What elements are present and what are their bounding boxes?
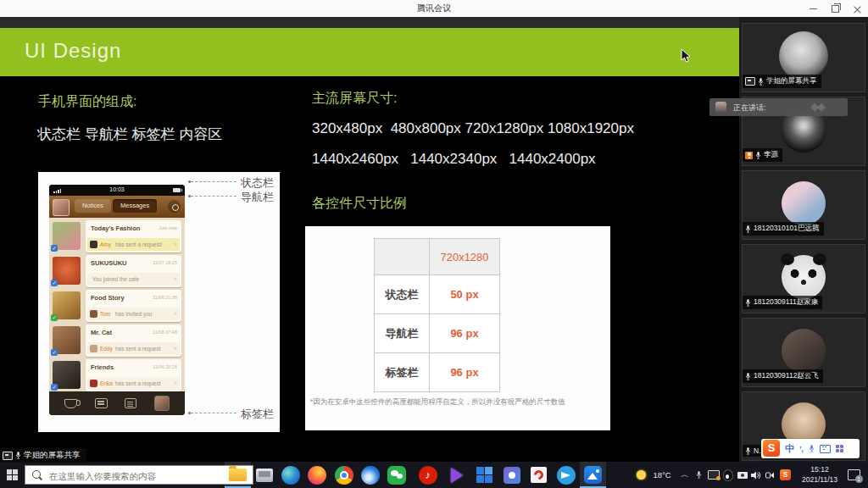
dimension-table: 720x1280 状态栏 50 px 导航栏 96 px 标签栏 96 px bbox=[374, 238, 500, 392]
taskbar-search[interactable] bbox=[25, 465, 253, 485]
file-explorer-icon bbox=[229, 469, 247, 481]
tray-expand-chevron[interactable]: ︿ bbox=[678, 462, 692, 488]
taskbar-clock[interactable]: 15:12 2021/11/13 bbox=[795, 464, 844, 485]
ime-menu-icon[interactable] bbox=[836, 445, 843, 452]
tray-camera-icon[interactable] bbox=[735, 462, 749, 488]
table-corner-cell bbox=[375, 239, 430, 275]
callout-line bbox=[191, 413, 236, 413]
ime-toolbar[interactable]: S 中 ’, bbox=[761, 439, 860, 458]
chat-title: Today's Fashion bbox=[91, 225, 140, 232]
avatar bbox=[779, 31, 828, 80]
phone-nav-bar: Notices Messages bbox=[49, 196, 185, 218]
sogou-logo-icon[interactable]: S bbox=[763, 440, 780, 457]
taskbar: ♪ 18°C ︿ S 15:12 2021/11/13 bbox=[0, 462, 868, 488]
left-subheading: 状态栏 导航栏 标签栏 内容区 bbox=[37, 125, 222, 144]
taskbar-movie-app[interactable] bbox=[471, 462, 498, 488]
tray-display-icon[interactable] bbox=[706, 462, 721, 488]
avatar bbox=[782, 329, 826, 373]
callout-line bbox=[191, 181, 236, 182]
weather-icon[interactable] bbox=[634, 462, 648, 488]
user-avatar[interactable] bbox=[53, 199, 70, 216]
tray-mic-icon[interactable] bbox=[693, 462, 704, 488]
participant-tile[interactable]: 学姐的屏幕共享 bbox=[742, 23, 865, 92]
snip-tool-icon bbox=[256, 469, 273, 482]
netease-music-icon: ♪ bbox=[419, 466, 437, 485]
check-badge-icon: ✓ bbox=[51, 384, 58, 391]
chat-title: Food Story bbox=[91, 294, 125, 302]
chat-title: Friends bbox=[91, 363, 114, 371]
potplayer-icon bbox=[451, 468, 463, 483]
mic-icon bbox=[755, 152, 761, 159]
sizes-line-2: 1440x2460px 1440x2340px 1440x2400px bbox=[312, 151, 596, 168]
list-item[interactable]: ✓ Friends11/06 20:26 Erikahas sent a req… bbox=[52, 358, 182, 392]
chevron-right-icon: › bbox=[174, 379, 176, 387]
participant-name: 18120309111赵家康 bbox=[754, 297, 818, 308]
search-input[interactable] bbox=[47, 466, 250, 485]
notification-center[interactable] bbox=[844, 462, 863, 488]
taskbar-firefox[interactable] bbox=[303, 462, 330, 488]
ime-mic-icon[interactable] bbox=[809, 445, 815, 452]
ime-punctuation-toggle[interactable]: ’, bbox=[799, 445, 804, 453]
right-heading-1: 主流屏幕尺寸: bbox=[312, 90, 397, 108]
taskbar-tencent-meeting[interactable] bbox=[580, 462, 606, 488]
mic-icon bbox=[745, 299, 751, 307]
phone-tab-bar bbox=[49, 391, 185, 415]
restore-button[interactable] bbox=[824, 0, 846, 17]
participant-name: 学姐的屏幕共享 bbox=[766, 76, 817, 86]
speaking-banner: 正在讲话: ◆◆ bbox=[709, 98, 848, 116]
slide-top-strip bbox=[0, 17, 739, 28]
acrobat-icon bbox=[531, 467, 547, 483]
taskbar-edge[interactable] bbox=[277, 462, 303, 488]
minimize-button[interactable] bbox=[802, 0, 824, 17]
participant-tile[interactable]: 18120310101巴远腾 bbox=[742, 170, 865, 240]
list-item[interactable]: ✓ Today's FashionJust now Amyhas sent a … bbox=[52, 219, 182, 253]
taskbar-file-explorer[interactable] bbox=[225, 462, 251, 488]
battery-icon bbox=[173, 188, 181, 192]
clock-time: 15:12 bbox=[795, 464, 844, 474]
firefox-icon bbox=[308, 466, 326, 485]
taskbar-photos-app[interactable] bbox=[498, 462, 525, 488]
chat-avatar: ✓ bbox=[53, 361, 81, 389]
list-item[interactable]: ✓ Mr. Cat11/06 07:48 Eddyhas sent a requ… bbox=[52, 324, 182, 358]
share-owner-name: 学姐的屏幕共享 bbox=[24, 450, 81, 461]
gear-icon[interactable] bbox=[168, 200, 181, 213]
sizes-line-1: 320x480px 480x800px 720x1280px 1080x1920… bbox=[312, 120, 634, 137]
tray-sogou-icon[interactable]: S bbox=[778, 462, 793, 488]
participant-tile[interactable]: 18120309112赵云飞 bbox=[742, 318, 865, 387]
start-button[interactable] bbox=[7, 469, 18, 480]
callout-nav-bar: 导航栏 bbox=[241, 190, 274, 205]
taskbar-wechat[interactable] bbox=[383, 462, 409, 488]
tray-speaker-icon[interactable] bbox=[749, 462, 763, 488]
mouse-cursor bbox=[681, 48, 692, 64]
slide-title: UI Design bbox=[25, 39, 121, 63]
slide-header-band: UI Design bbox=[0, 28, 739, 76]
list-item[interactable]: ✓ Food Story11/06 21:38 Tomhas invited y… bbox=[52, 289, 182, 323]
list-item[interactable]: ✓ SUKUSUKU11/07 18:25 You joined the caf… bbox=[52, 254, 182, 288]
chat-time: 11/06 07:48 bbox=[153, 330, 177, 335]
participant-tile[interactable]: 18120309111赵家康 bbox=[742, 244, 865, 313]
tray-qq-icon[interactable] bbox=[721, 462, 734, 488]
ime-language-toggle[interactable]: 中 bbox=[785, 442, 794, 455]
callout-tab-bar: 标签栏 bbox=[241, 407, 274, 422]
chat-avatar: ✓ bbox=[53, 222, 81, 250]
desktop: 腾讯会议 UI Design 手机界面的组成: 状态栏 导航栏 标签栏 内容区 … bbox=[0, 0, 868, 488]
taskbar-chrome[interactable] bbox=[331, 462, 357, 488]
speaking-label: 正在讲话: bbox=[733, 103, 766, 114]
tab-messages[interactable]: Messages bbox=[113, 199, 157, 213]
tab-notices[interactable]: Notices bbox=[75, 199, 111, 213]
chat-avatar: ✓ bbox=[53, 326, 81, 354]
taskbar-qq-browser[interactable] bbox=[357, 462, 383, 488]
taskbar-acrobat[interactable] bbox=[526, 462, 552, 488]
weather-temp[interactable]: 18°C bbox=[649, 462, 675, 488]
taskbar-telegram[interactable] bbox=[553, 462, 579, 488]
right-heading-2: 各控件尺寸比例 bbox=[312, 195, 407, 213]
close-button[interactable] bbox=[846, 0, 868, 17]
table-row: 标签栏 96 px bbox=[375, 353, 500, 392]
taskbar-snip-tool[interactable] bbox=[251, 462, 277, 488]
ime-keyboard-icon[interactable] bbox=[820, 445, 831, 453]
taskbar-netease-music[interactable]: ♪ bbox=[415, 462, 441, 488]
tray-audio-device-icon[interactable] bbox=[764, 462, 777, 488]
chevron-right-icon: › bbox=[174, 309, 176, 318]
taskbar-potplayer[interactable] bbox=[443, 462, 470, 488]
mic-icon bbox=[15, 452, 21, 459]
